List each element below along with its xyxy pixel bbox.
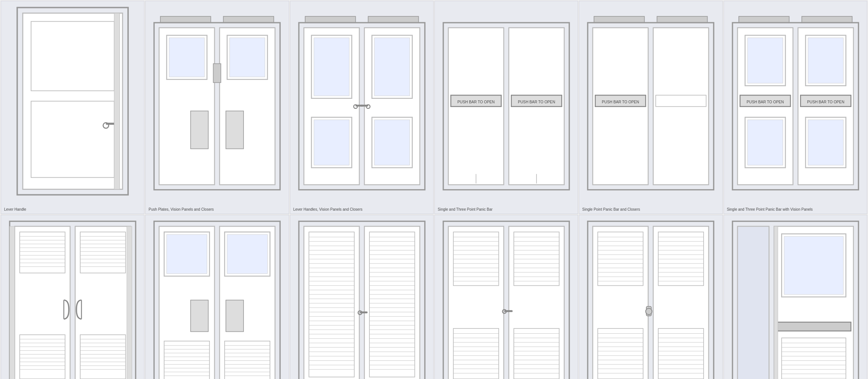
svg-rect-124 bbox=[227, 234, 268, 273]
svg-rect-17 bbox=[191, 111, 209, 149]
door-grid: Lever Handle bbox=[0, 0, 868, 379]
door-cell-lever-handle: Lever Handle bbox=[1, 1, 144, 214]
door-cell-lever-outside: Lever Outside Access Device and Louvre P… bbox=[434, 215, 578, 379]
door-drawing-panic-bar: PUSH BAR TO OPEN PUSH BAR TO OPEN bbox=[437, 4, 575, 205]
door-drawing-panic-closers: PUSH BAR TO OPEN bbox=[581, 4, 720, 205]
svg-rect-296 bbox=[598, 328, 643, 379]
svg-rect-270 bbox=[598, 232, 643, 286]
door-drawing-lever-handle bbox=[3, 4, 142, 205]
svg-rect-53 bbox=[656, 95, 707, 107]
svg-rect-319 bbox=[737, 226, 769, 379]
door-cell-lever-louvre: Lever Handle and Louvre Panels bbox=[290, 215, 434, 379]
svg-rect-54 bbox=[739, 16, 789, 23]
svg-rect-18 bbox=[226, 111, 244, 149]
svg-rect-16 bbox=[213, 64, 221, 82]
svg-rect-127 bbox=[164, 341, 209, 379]
svg-rect-137 bbox=[225, 341, 270, 379]
label-lever-vision: Lever Handles, Vision Panels and Closers bbox=[293, 207, 431, 211]
door-cell-lever-vision: Lever Handles, Vision Panels and Closers bbox=[290, 1, 434, 214]
label-push-plates: Push Plates, Vision Panels and Closers bbox=[148, 207, 286, 211]
svg-rect-282 bbox=[658, 232, 704, 286]
svg-rect-47 bbox=[657, 16, 708, 23]
svg-rect-60 bbox=[747, 38, 783, 83]
svg-rect-15 bbox=[230, 38, 265, 77]
svg-rect-46 bbox=[594, 16, 645, 23]
label-panic-closers: Single Point Panic Bar and Closers bbox=[581, 207, 720, 211]
svg-rect-35 bbox=[360, 105, 368, 107]
door-cell-knob-outside: Knob Outside Access Device and Louvre Pa… bbox=[579, 215, 722, 379]
svg-rect-31 bbox=[374, 120, 409, 165]
svg-rect-8 bbox=[223, 16, 274, 23]
svg-rect-244 bbox=[505, 310, 513, 312]
svg-rect-126 bbox=[226, 300, 244, 332]
svg-rect-68 bbox=[747, 120, 783, 165]
door-cell-push-louvre: Push Plates, Louvre and Vision Panels bbox=[145, 215, 289, 379]
door-cell-d-handles: D Handles and Louvre Panels bbox=[1, 215, 144, 379]
label-lever-handle: Lever Handle bbox=[3, 207, 142, 211]
svg-rect-231 bbox=[514, 232, 559, 286]
door-drawing-lever-vision bbox=[293, 4, 431, 205]
svg-rect-84 bbox=[80, 232, 125, 273]
svg-text:PUSH BAR TO OPEN: PUSH BAR TO OPEN bbox=[457, 100, 495, 104]
svg-rect-7 bbox=[160, 16, 211, 23]
door-drawing-lever-louvre bbox=[293, 218, 431, 379]
svg-text:PUSH BAR TO OPEN: PUSH BAR TO OPEN bbox=[602, 100, 639, 104]
door-drawing-d-handles bbox=[3, 218, 142, 379]
svg-rect-324 bbox=[781, 338, 846, 379]
door-cell-panic-vision: PUSH BAR TO OPEN PUSH BAR TO OPEN Single… bbox=[724, 1, 867, 214]
svg-rect-25 bbox=[314, 38, 349, 96]
door-cell-dorma: Dorma Contur Panic Bars and Rebound Pane… bbox=[724, 215, 867, 379]
svg-rect-6 bbox=[114, 13, 120, 189]
svg-rect-117 bbox=[10, 226, 15, 379]
svg-point-295 bbox=[646, 308, 652, 315]
svg-rect-13 bbox=[169, 38, 205, 77]
svg-rect-122 bbox=[167, 234, 207, 273]
svg-rect-182 bbox=[369, 232, 415, 377]
door-drawing-lever-outside bbox=[437, 218, 575, 379]
svg-rect-323 bbox=[776, 322, 851, 331]
svg-rect-62 bbox=[808, 38, 843, 83]
svg-rect-256 bbox=[514, 328, 559, 379]
svg-rect-307 bbox=[658, 328, 704, 379]
svg-rect-106 bbox=[80, 335, 125, 379]
svg-rect-96 bbox=[20, 335, 65, 379]
door-drawing-push-plates bbox=[148, 4, 286, 205]
label-panic-vision: Single and Three Point Panic Bar with Vi… bbox=[726, 207, 865, 211]
svg-rect-74 bbox=[20, 232, 65, 273]
door-cell-panic-bar: PUSH BAR TO OPEN PUSH BAR TO OPEN Single… bbox=[434, 1, 578, 214]
svg-text:PUSH BAR TO OPEN: PUSH BAR TO OPEN bbox=[518, 100, 555, 104]
svg-rect-3 bbox=[31, 101, 114, 177]
svg-rect-55 bbox=[802, 16, 852, 23]
svg-rect-2 bbox=[31, 22, 114, 91]
svg-rect-215 bbox=[360, 311, 367, 313]
svg-rect-27 bbox=[374, 38, 409, 96]
door-cell-panic-closers: PUSH BAR TO OPEN Single Point Panic Bar … bbox=[579, 1, 722, 214]
svg-rect-19 bbox=[305, 16, 356, 23]
svg-rect-150 bbox=[309, 232, 354, 377]
svg-rect-116 bbox=[127, 226, 132, 379]
door-drawing-push-louvre bbox=[148, 218, 286, 379]
door-drawing-panic-vision: PUSH BAR TO OPEN PUSH BAR TO OPEN bbox=[726, 4, 865, 205]
svg-rect-29 bbox=[314, 120, 349, 165]
svg-rect-322 bbox=[784, 237, 843, 295]
svg-text:PUSH BAR TO OPEN: PUSH BAR TO OPEN bbox=[747, 100, 784, 104]
svg-rect-245 bbox=[453, 328, 499, 379]
svg-rect-219 bbox=[453, 232, 499, 286]
svg-rect-334 bbox=[774, 226, 778, 379]
svg-rect-20 bbox=[368, 16, 418, 23]
svg-rect-125 bbox=[191, 300, 209, 332]
svg-text:PUSH BAR TO OPEN: PUSH BAR TO OPEN bbox=[807, 100, 844, 104]
svg-rect-70 bbox=[808, 120, 843, 165]
door-drawing-dorma bbox=[726, 218, 865, 379]
door-cell-push-plates: Push Plates, Vision Panels and Closers bbox=[145, 1, 289, 214]
door-drawing-knob-outside bbox=[581, 218, 720, 379]
label-panic-bar: Single and Three Point Panic Bar bbox=[437, 207, 575, 211]
